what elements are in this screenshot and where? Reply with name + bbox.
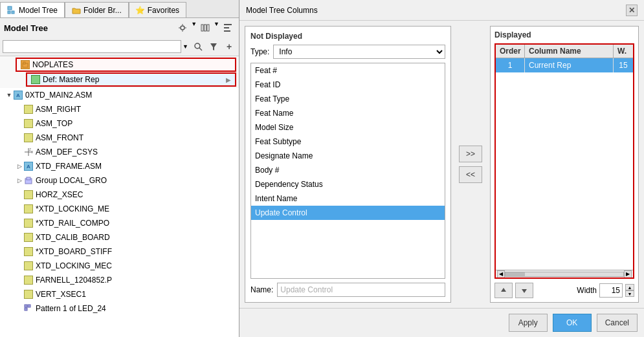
tree-header-tools: ▼ ▼ (175, 21, 235, 35)
svg-rect-0 (8, 6, 12, 10)
list-item-model-size[interactable]: Model Size (251, 120, 445, 135)
svg-rect-6 (179, 28, 180, 28)
tree-item-asm-front[interactable]: ▷ ASM_FRONT (0, 131, 239, 145)
not-displayed-title: Not Displayed (250, 32, 445, 41)
columns-btn[interactable] (198, 21, 212, 35)
tab-model-tree[interactable]: Model Tree (0, 2, 65, 17)
scroll-right-btn[interactable]: ▶ (624, 270, 632, 278)
expand-icon[interactable]: ▷ (16, 177, 23, 184)
list-item-feat-name[interactable]: Feat Name (251, 106, 445, 120)
part-icon (23, 218, 34, 228)
table-row[interactable]: 1 Current Rep 15 (496, 58, 633, 72)
tree-item-xtd-locking-me[interactable]: ▷ *XTD_LOCKING_ME (0, 202, 239, 216)
tree-item-label: XTD_LOCKING_MEC (36, 261, 112, 270)
list-item-designate-name[interactable]: Designate Name (251, 149, 445, 163)
scroll-left-btn[interactable]: ◀ (497, 270, 505, 278)
dialog-body: Not Displayed Type: InfoStatusAnnotation… (239, 21, 644, 308)
tree-item-farnell[interactable]: ▷ FARNELL_1204852.P (0, 273, 239, 287)
part-icon (23, 118, 34, 129)
width-input[interactable] (599, 283, 623, 298)
tab-model-tree-label: Model Tree (19, 6, 58, 15)
scrollbar-track[interactable] (505, 272, 624, 277)
svg-marker-29 (522, 289, 527, 293)
tree-item-label: *XTD_LOCKING_ME (36, 204, 109, 213)
svg-rect-25 (25, 305, 27, 307)
tree-item-xtd-locking-mec[interactable]: ▷ XTD_LOCKING_MEC (0, 259, 239, 273)
tree-item-xtd-rail-compo[interactable]: ▷ *XTD_RAIL_COMPO (0, 216, 239, 230)
tab-folder-browser[interactable]: Folder Br... (65, 2, 129, 17)
svg-rect-11 (224, 24, 232, 25)
tree-item-label: VERT_XSEC1 (36, 290, 86, 299)
cancel-button[interactable]: Cancel (597, 314, 638, 332)
width-decrement-btn[interactable]: ▼ (625, 290, 634, 297)
add-to-displayed-btn[interactable]: >> (459, 146, 482, 162)
list-item-intent-name[interactable]: Intent Name (251, 191, 445, 206)
noplates-row[interactable]: NOPLATES (16, 58, 236, 72)
rep-icon (31, 75, 40, 84)
folder-icon (72, 6, 81, 15)
svg-rect-8 (201, 25, 203, 31)
close-button[interactable]: ✕ (626, 5, 638, 16)
list-item-feat-id[interactable]: Feat ID (251, 78, 445, 92)
tree-item-asm-top[interactable]: ▷ ASM_TOP (0, 116, 239, 131)
move-down-btn[interactable] (515, 283, 533, 298)
search-row: ▼ + (0, 38, 239, 56)
tree-item-asm-right[interactable]: ▷ ASM_RIGHT (0, 102, 239, 116)
name-input[interactable] (277, 283, 445, 297)
remove-from-displayed-btn[interactable]: << (459, 166, 482, 183)
svg-rect-24 (27, 177, 30, 180)
list-item-dependency-status[interactable]: Dependency Status (251, 177, 445, 191)
toolbar-dropdown-2[interactable]: ▼ (214, 21, 219, 35)
search-dropdown[interactable]: ▼ (183, 43, 188, 50)
search-input[interactable] (3, 40, 181, 53)
col-header-width: W. (614, 45, 633, 58)
ok-button[interactable]: OK (553, 314, 592, 332)
expand-icon[interactable]: ▼ (5, 91, 13, 99)
tree-item-label: FARNELL_1204852.P (36, 276, 112, 285)
tree-item-xtd-calib-board[interactable]: ▷ XTD_CALIB_BOARD (0, 230, 239, 245)
tree-item-xtd-board-stiff[interactable]: ▷ *XTD_BOARD_STIFF (0, 245, 239, 259)
customize-btn[interactable] (221, 21, 235, 35)
tree-item-label: XTD_FRAME.ASM (36, 162, 102, 171)
width-increment-btn[interactable]: ▲ (625, 284, 634, 290)
tree-item-pattern-led[interactable]: ▷ Pattern 1 of LED_24 (0, 301, 239, 316)
list-item-body-hash[interactable]: Body # (251, 163, 445, 177)
svg-rect-5 (183, 30, 183, 32)
list-item-feat-hash[interactable]: Feat # (251, 63, 445, 78)
tree-item-vert-xsec1[interactable]: ▷ VERT_XSEC1 (0, 287, 239, 301)
part-icon (23, 289, 34, 299)
tab-favorites[interactable]: ⭐ Favorites (129, 2, 186, 17)
dialog-panel: Model Tree Columns ✕ Not Displayed Type:… (239, 0, 644, 337)
svg-point-14 (195, 43, 200, 49)
add-btn[interactable]: + (222, 39, 236, 54)
move-up-btn[interactable] (494, 283, 513, 298)
table-scrollbar[interactable]: ◀ ▶ (496, 270, 633, 277)
col-header-name: Column Name (525, 45, 614, 58)
settings-btn[interactable] (175, 21, 190, 35)
svg-point-3 (181, 26, 184, 30)
tree-item-asm-main2[interactable]: ▼ A 0XTD_MAIN2.ASM (0, 88, 239, 102)
svg-marker-28 (501, 288, 506, 292)
apply-button[interactable]: Apply (509, 314, 548, 332)
toolbar-dropdown-1[interactable]: ▼ (191, 21, 197, 35)
tree-item-horz-xsec[interactable]: ▷ HORZ_XSEC (0, 188, 239, 202)
model-tree-icon (7, 6, 16, 15)
svg-rect-7 (185, 28, 186, 28)
filter-btn[interactable] (206, 39, 221, 54)
tree-item-xtd-frame[interactable]: ▷ A XTD_FRAME.ASM (0, 159, 239, 173)
list-item-update-control[interactable]: Update Control (251, 206, 445, 220)
expand-icon[interactable]: ▷ (16, 162, 23, 170)
svg-rect-10 (207, 25, 209, 31)
tree-item-asm-def-csys[interactable]: ▷ Z X ASM_DEF_CSYS (0, 145, 239, 159)
list-item-feat-subtype[interactable]: Feat Subtype (251, 135, 445, 149)
svg-text:X: X (31, 150, 33, 154)
list-item-feat-type[interactable]: Feat Type (251, 92, 445, 106)
def-master-rep-row[interactable]: Def: Master Rep ▶ (26, 72, 236, 87)
asm-icon: A (13, 90, 23, 100)
search-btn[interactable] (191, 39, 205, 54)
scrollbar-thumb[interactable] (505, 272, 525, 276)
tree-item-label: 0XTD_MAIN2.ASM (25, 91, 92, 100)
tree-item-group-local[interactable]: ▷ Group LOCAL_GRO (0, 173, 239, 188)
tree-item-label: *XTD_BOARD_STIFF (36, 247, 112, 256)
type-select[interactable]: InfoStatusAnnotationCustom (273, 45, 445, 59)
